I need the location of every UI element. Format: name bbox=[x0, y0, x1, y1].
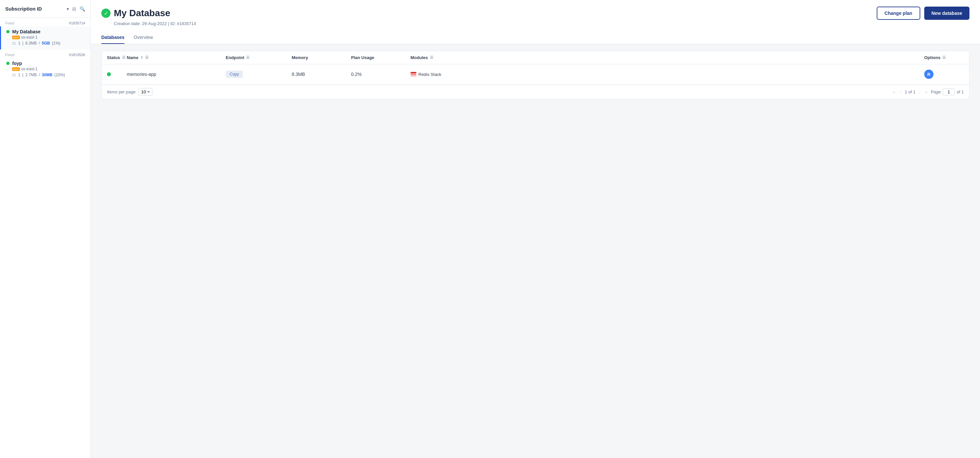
items-per-page-label: Items per page bbox=[107, 89, 135, 94]
options-avatar[interactable]: R bbox=[924, 70, 934, 79]
table-header: Status ☰ Name ⇧ ☰ Endpoint ☰ Memory Plan… bbox=[102, 51, 969, 64]
col-status: Status ☰ bbox=[107, 55, 127, 60]
prev-page-button[interactable]: ‹ bbox=[899, 89, 903, 95]
col-options: Options ☰ bbox=[924, 55, 964, 60]
page-title: My Database bbox=[114, 8, 170, 19]
db-count: 1 bbox=[18, 41, 21, 46]
sidebar-item-foyp[interactable]: foyp aws us-east-1 🗀 1 | 2.7MB / 30MB (1… bbox=[0, 58, 91, 81]
tabs: Databases Overview bbox=[101, 31, 969, 44]
page-input-wrap bbox=[943, 88, 955, 95]
pagination-controls: « ‹ 1 of 1 › » Page of 1 bbox=[891, 88, 964, 95]
foyp-database-icon: 🗀 bbox=[12, 73, 16, 77]
cell-plan-usage: 0.2% bbox=[351, 72, 410, 77]
aws-badge: aws bbox=[12, 36, 20, 39]
foyp-name-label: foyp bbox=[12, 61, 22, 66]
tab-overview[interactable]: Overview bbox=[134, 31, 153, 44]
foyp-region: us-east-1 bbox=[21, 67, 38, 71]
main-header: ✓ My Database Change plan New database C… bbox=[91, 0, 980, 44]
per-page-select[interactable]: 10 25 50 bbox=[138, 88, 153, 96]
copy-endpoint-button[interactable]: Copy bbox=[226, 71, 243, 78]
db-row-name[interactable]: memories-app bbox=[127, 72, 156, 77]
cell-status bbox=[107, 72, 127, 76]
status-filter-icon[interactable]: ☰ bbox=[122, 56, 126, 60]
sidebar-header: Subscription ID ▾ ⊟ 🔍 bbox=[0, 0, 91, 18]
status-dot-foyp bbox=[6, 62, 10, 65]
db-usage: 8.3MB bbox=[25, 41, 37, 46]
col-modules: Modules ☰ bbox=[410, 55, 924, 60]
foyp-usage: 2.7MB bbox=[25, 73, 37, 77]
db-region: us-east-1 bbox=[21, 35, 38, 40]
cell-modules: Redis Stack bbox=[410, 72, 924, 77]
redis-stack-module: Redis Stack bbox=[410, 72, 441, 77]
redis-layers-icon bbox=[410, 72, 417, 76]
aws-badge-foyp: aws bbox=[12, 67, 20, 71]
main-content: ✓ My Database Change plan New database C… bbox=[91, 0, 980, 458]
table-row: memories-app Copy 8.3MB 0.2% Redis Stack bbox=[102, 64, 969, 84]
page-of-info: 1 of 1 bbox=[905, 89, 916, 94]
status-dot-active bbox=[6, 30, 10, 33]
creation-date: Creation date: 29-Aug-2022 | ID: #183571… bbox=[101, 21, 969, 26]
cell-endpoint: Copy bbox=[226, 71, 292, 78]
col-memory: Memory bbox=[292, 55, 351, 60]
options-filter-icon[interactable]: ☰ bbox=[942, 56, 946, 60]
name-filter-icon[interactable]: ☰ bbox=[145, 56, 148, 60]
foyp-percent: (10%) bbox=[54, 73, 65, 77]
col-plan-usage: Plan Usage bbox=[351, 55, 410, 60]
section-fixed-2: Fixed #1813526 bbox=[0, 49, 91, 58]
items-per-page: Items per page 10 25 50 bbox=[107, 88, 153, 96]
cell-options: R bbox=[924, 70, 964, 79]
page-number-input[interactable] bbox=[943, 88, 955, 95]
tab-databases[interactable]: Databases bbox=[101, 31, 124, 44]
next-page-button[interactable]: › bbox=[917, 89, 921, 95]
page-label: Page bbox=[931, 89, 941, 94]
of-label: of 1 bbox=[956, 89, 964, 94]
plan-usage-value: 0.2% bbox=[351, 72, 362, 77]
foyp-plan: 30MB bbox=[42, 73, 52, 77]
databases-table: Status ☰ Name ⇧ ☰ Endpoint ☰ Memory Plan… bbox=[101, 51, 969, 99]
cell-memory: 8.3MB bbox=[292, 72, 351, 77]
name-sort-asc-icon[interactable]: ⇧ bbox=[140, 56, 143, 60]
sidebar-item-my-database[interactable]: My Database aws us-east-1 🗀 1 | 8.3MB / … bbox=[0, 26, 91, 49]
check-icon: ✓ bbox=[101, 9, 111, 18]
row-status-dot bbox=[107, 72, 111, 76]
search-icon[interactable]: 🔍 bbox=[80, 6, 85, 11]
header-actions: Change plan New database bbox=[877, 6, 969, 20]
col-endpoint: Endpoint ☰ bbox=[226, 55, 292, 60]
new-database-button[interactable]: New database bbox=[924, 6, 969, 20]
db-name-label: My Database bbox=[12, 29, 41, 34]
memory-value: 8.3MB bbox=[292, 72, 305, 77]
db-plan: 5GB bbox=[42, 41, 50, 46]
endpoint-filter-icon[interactable]: ☰ bbox=[246, 56, 250, 60]
change-plan-button[interactable]: Change plan bbox=[877, 6, 920, 20]
foyp-db-count: 1 bbox=[18, 73, 21, 77]
sidebar-header-title: Subscription ID bbox=[5, 6, 65, 11]
db-percent: (1%) bbox=[52, 41, 60, 46]
database-icon: 🗀 bbox=[12, 41, 16, 46]
first-page-button[interactable]: « bbox=[891, 89, 897, 95]
pagination-bar: Items per page 10 25 50 « ‹ 1 of 1 › » P… bbox=[102, 84, 969, 99]
last-page-button[interactable]: » bbox=[924, 89, 929, 95]
section-fixed-1: Fixed #1835714 bbox=[0, 18, 91, 26]
col-name: Name ⇧ ☰ bbox=[127, 55, 226, 60]
cell-name: memories-app bbox=[127, 72, 226, 77]
db-title-row: ✓ My Database bbox=[101, 8, 170, 19]
modules-filter-icon[interactable]: ☰ bbox=[430, 56, 433, 60]
chevron-down-icon[interactable]: ▾ bbox=[67, 6, 69, 11]
filter-icon[interactable]: ⊟ bbox=[72, 6, 76, 11]
sidebar: Subscription ID ▾ ⊟ 🔍 Fixed #1835714 My … bbox=[0, 0, 91, 458]
redis-stack-label: Redis Stack bbox=[418, 72, 441, 77]
